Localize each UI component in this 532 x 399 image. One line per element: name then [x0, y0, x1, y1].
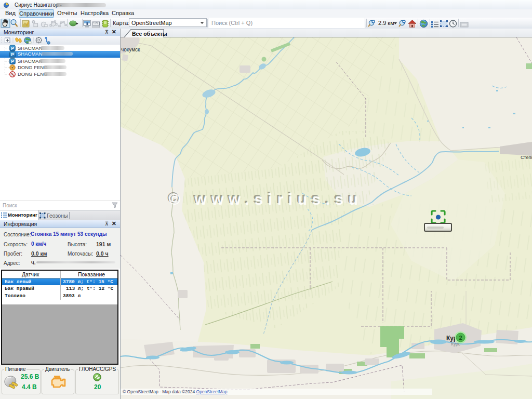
svg-text:© OpenStreetMap - Map data ©20: © OpenStreetMap - Map data ©2024 OpenStr…: [123, 389, 228, 394]
svg-text:P: P: [11, 46, 14, 51]
svg-text:P: P: [11, 59, 14, 64]
svg-text:P: P: [11, 52, 14, 57]
svg-text:чокумск: чокумск: [121, 47, 140, 52]
svg-text:2: 2: [459, 335, 462, 341]
svg-text:Степн: Степн: [521, 155, 532, 160]
svg-text:© www.sirius.su: © www.sirius.su: [169, 191, 363, 208]
